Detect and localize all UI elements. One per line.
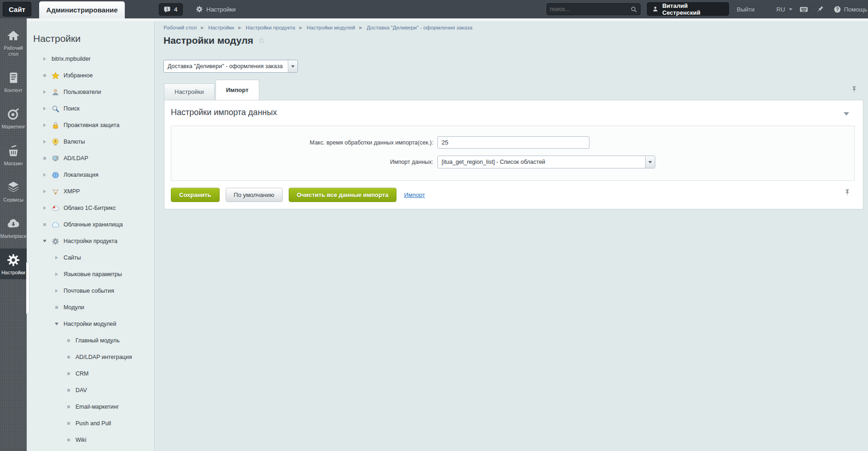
- default-button[interactable]: По умолчанию: [226, 188, 283, 202]
- sidebar-menu-item[interactable]: Поиск: [27, 100, 154, 117]
- favorite-star-icon[interactable]: ☆: [258, 35, 265, 46]
- settings-panel: Настройки импорта данных Макс. время обр…: [164, 100, 863, 209]
- sidebar-menu-item[interactable]: Проактивная защита: [27, 117, 154, 133]
- hotkeys-button[interactable]: [799, 0, 808, 18]
- save-button[interactable]: Сохранить: [171, 188, 220, 202]
- expander-marker-icon[interactable]: [66, 371, 72, 376]
- top-bar: Сайт Администрирование 4 Настройки Витал…: [0, 0, 868, 18]
- shop-icon: [6, 144, 20, 158]
- tab[interactable]: Импорт: [216, 80, 259, 100]
- help-button[interactable]: Помощь: [833, 0, 867, 18]
- expander-marker-icon[interactable]: [66, 421, 72, 426]
- sidebar-menu-item[interactable]: Облако 1С-Битрикс: [27, 200, 154, 216]
- sidebar-menu-item[interactable]: CRM: [27, 365, 154, 382]
- rail-item[interactable]: Marketplace: [0, 212, 27, 243]
- expander-marker-icon[interactable]: [42, 56, 48, 62]
- clear-import-data-button[interactable]: Очистить все данные импорта: [289, 188, 397, 202]
- expander-marker-icon[interactable]: [42, 122, 48, 128]
- breadcrumb-link[interactable]: Настройки модулей: [307, 25, 355, 30]
- sidebar-menu-item[interactable]: AD/LDAP интеграция: [27, 349, 154, 365]
- expander-marker-icon[interactable]: [54, 288, 60, 294]
- expander-marker-icon[interactable]: [54, 321, 60, 327]
- rail-item[interactable]: Рабочий стол: [0, 24, 27, 61]
- sidebar-menu-item[interactable]: Валюты: [27, 133, 154, 150]
- expander-marker-icon[interactable]: [66, 338, 72, 343]
- sidebar-menu-item[interactable]: Push and Pull: [27, 415, 154, 432]
- expander-marker-icon[interactable]: [54, 305, 60, 310]
- sidebar-menu-item[interactable]: bitrix.mpbuilder: [27, 51, 154, 67]
- sidebar-menu-item[interactable]: Модули: [27, 299, 154, 316]
- expander-marker-icon[interactable]: [66, 437, 72, 443]
- rail-item[interactable]: Сервисы: [0, 176, 27, 207]
- expander-marker-icon[interactable]: [54, 272, 60, 277]
- sidebar-menu-item[interactable]: Сайты: [27, 249, 154, 266]
- sidebar-resize-handle[interactable]: [26, 262, 29, 314]
- expander-marker-icon[interactable]: [42, 156, 48, 161]
- expander-marker-icon[interactable]: [42, 222, 48, 227]
- marketplace-icon: [6, 217, 20, 231]
- import-link[interactable]: Импорт: [404, 191, 425, 198]
- user-menu-button[interactable]: Виталий Сестренский: [647, 2, 729, 16]
- expander-marker-icon[interactable]: [42, 106, 48, 111]
- sidebar-menu-item[interactable]: Настройки модулей: [27, 316, 154, 332]
- sidebar-menu-item[interactable]: AD/LDAP: [27, 150, 154, 167]
- max-time-input[interactable]: [437, 136, 589, 149]
- pin-toolbar-button[interactable]: [816, 0, 824, 18]
- section-collapse-icon[interactable]: [844, 112, 849, 116]
- pin-buttons-icon[interactable]: [844, 189, 851, 196]
- sidebar-menu-item[interactable]: Избранное: [27, 67, 154, 84]
- expander-marker-icon[interactable]: [42, 73, 48, 78]
- sidebar-menu-item[interactable]: Локализация: [27, 167, 154, 183]
- expander-marker-icon[interactable]: [42, 238, 48, 244]
- expander-marker-icon[interactable]: [42, 89, 48, 95]
- tab[interactable]: Настройки: [164, 83, 215, 100]
- expander-marker-icon[interactable]: [42, 189, 48, 194]
- sidebar-menu-item[interactable]: Wiki: [27, 432, 154, 448]
- breadcrumb-link[interactable]: Настройки продукта: [245, 25, 295, 30]
- rail-item[interactable]: Маркетинг: [0, 103, 27, 133]
- sidebar-menu-item[interactable]: Настройки продукта: [27, 233, 154, 249]
- expander-marker-icon[interactable]: [54, 255, 60, 260]
- select-dropdown-icon[interactable]: [288, 60, 297, 72]
- site-tab[interactable]: Сайт: [3, 2, 31, 17]
- admin-tab[interactable]: Администрирование: [39, 1, 125, 18]
- expander-marker-icon[interactable]: [42, 172, 48, 178]
- expander-marker-icon[interactable]: [42, 139, 48, 145]
- search-input[interactable]: [550, 6, 630, 12]
- settings-sidebar: Настройки bitrix.mpbuilder Избранное Пол…: [27, 21, 155, 451]
- sidebar-menu-item[interactable]: XMPP: [27, 183, 154, 200]
- logout-link[interactable]: Выйти: [737, 0, 755, 18]
- rail-item[interactable]: Контент: [0, 66, 27, 97]
- sidebar-menu-item[interactable]: Пользователи: [27, 84, 154, 100]
- sidebar-menu-item[interactable]: DAV: [27, 382, 154, 399]
- gear-icon: [196, 6, 203, 13]
- select-dropdown-icon[interactable]: [645, 156, 655, 168]
- expander-marker-icon[interactable]: [42, 205, 48, 211]
- sidebar-menu-item[interactable]: Почтовые события: [27, 283, 154, 299]
- sidebar-menu-item[interactable]: Облачные хранилища: [27, 216, 154, 233]
- breadcrumb-item: Доставка "Деливери" - оформления заказа …: [367, 25, 472, 30]
- sidebar-menu-item[interactable]: Email-маркетинг: [27, 399, 154, 415]
- services-icon: [6, 180, 20, 194]
- breadcrumb-link[interactable]: Настройки: [208, 25, 234, 30]
- notifications-button[interactable]: 4: [159, 3, 183, 16]
- import-data-select[interactable]: [itua_get_region_list] - Список областей: [437, 156, 655, 168]
- topbar-settings-button[interactable]: Настройки: [196, 0, 236, 18]
- breadcrumb-separator-icon: ▶: [239, 25, 242, 30]
- sidebar-menu-item[interactable]: Языковые параметры: [27, 266, 154, 283]
- breadcrumb-link[interactable]: Рабочий стол: [163, 25, 197, 30]
- module-select[interactable]: Доставка "Деливери" - оформления заказа: [163, 60, 298, 73]
- breadcrumb-link[interactable]: Доставка "Деливери" - оформления заказа: [367, 25, 472, 30]
- rail-item[interactable]: Магазин: [0, 139, 27, 170]
- topbar-settings-label: Настройки: [206, 6, 236, 13]
- expander-marker-icon[interactable]: [66, 404, 72, 410]
- expander-marker-icon[interactable]: [66, 387, 72, 393]
- sidebar-menu-item-label: Валюты: [64, 139, 85, 145]
- expander-marker-icon[interactable]: [66, 354, 72, 360]
- language-switcher[interactable]: RU: [776, 0, 792, 18]
- sidebar-menu-item[interactable]: Главный модуль: [27, 332, 154, 349]
- search-icon[interactable]: [630, 6, 637, 13]
- rail-item[interactable]: Настройки: [0, 249, 27, 279]
- form-row-max-time: Макс. время обработки данных импорта(сек…: [171, 136, 854, 149]
- pin-tabs-icon[interactable]: [851, 86, 858, 93]
